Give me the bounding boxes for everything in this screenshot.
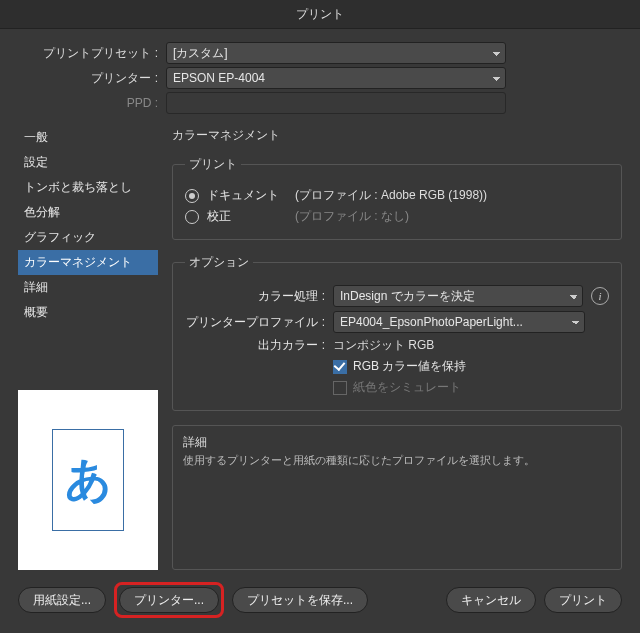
ppd-select bbox=[166, 92, 506, 114]
page-setup-button[interactable]: 用紙設定... bbox=[18, 587, 106, 613]
sidebar-item-general[interactable]: 一般 bbox=[18, 125, 158, 150]
page-preview: あ bbox=[18, 390, 158, 570]
printer-label: プリンター : bbox=[18, 70, 158, 87]
info-icon[interactable]: i bbox=[591, 287, 609, 305]
simulate-paper-label: 紙色をシミュレート bbox=[353, 379, 461, 396]
preset-select[interactable]: [カスタム] bbox=[166, 42, 506, 64]
option-fieldset: オプション カラー処理 : InDesign でカラーを決定 i プリンタープロ… bbox=[172, 254, 622, 411]
output-color-value: コンポジット RGB bbox=[333, 337, 434, 354]
document-profile-text: (プロファイル : Adobe RGB (1998)) bbox=[295, 187, 487, 204]
sidebar-item-output[interactable]: 色分解 bbox=[18, 200, 158, 225]
footer: 用紙設定... プリンター... プリセットを保存... キャンセル プリント bbox=[0, 570, 640, 633]
sidebar-item-summary[interactable]: 概要 bbox=[18, 300, 158, 325]
detail-legend: 詳細 bbox=[183, 434, 611, 451]
print-button[interactable]: プリント bbox=[544, 587, 622, 613]
sidebar-item-setup[interactable]: 設定 bbox=[18, 150, 158, 175]
printer-profile-label: プリンタープロファイル : bbox=[185, 314, 325, 331]
detail-text: 使用するプリンターと用紙の種類に応じたプロファイルを選択します。 bbox=[183, 453, 611, 468]
detail-fieldset: 詳細 使用するプリンターと用紙の種類に応じたプロファイルを選択します。 bbox=[172, 425, 622, 570]
ppd-label: PPD : bbox=[18, 96, 158, 110]
proof-profile-text: (プロファイル : なし) bbox=[295, 208, 409, 225]
sidebar-item-graphics[interactable]: グラフィック bbox=[18, 225, 158, 250]
color-handling-label: カラー処理 : bbox=[185, 288, 325, 305]
option-legend: オプション bbox=[185, 254, 253, 271]
sidebar-item-color-management[interactable]: カラーマネジメント bbox=[18, 250, 158, 275]
printer-button[interactable]: プリンター... bbox=[119, 587, 219, 613]
print-legend: プリント bbox=[185, 156, 241, 173]
preserve-rgb-label: RGB カラー値を保持 bbox=[353, 358, 466, 375]
window-title: プリント bbox=[0, 0, 640, 29]
color-handling-select[interactable]: InDesign でカラーを決定 bbox=[333, 285, 583, 307]
document-radio-label: ドキュメント bbox=[207, 187, 287, 204]
sidebar-item-advanced[interactable]: 詳細 bbox=[18, 275, 158, 300]
printer-profile-select[interactable]: EP4004_EpsonPhotoPaperLight... bbox=[333, 311, 585, 333]
proof-radio[interactable] bbox=[185, 210, 199, 224]
output-color-label: 出力カラー : bbox=[185, 337, 325, 354]
cancel-button[interactable]: キャンセル bbox=[446, 587, 536, 613]
panel-title: カラーマネジメント bbox=[172, 127, 622, 144]
sidebar-item-marks[interactable]: トンボと裁ち落とし bbox=[18, 175, 158, 200]
category-list: 一般 設定 トンボと裁ち落とし 色分解 グラフィック カラーマネジメント 詳細 … bbox=[18, 125, 158, 325]
preview-page: あ bbox=[52, 429, 124, 531]
preserve-rgb-checkbox[interactable] bbox=[333, 360, 347, 374]
simulate-paper-checkbox bbox=[333, 381, 347, 395]
print-fieldset: プリント ドキュメント (プロファイル : Adobe RGB (1998)) … bbox=[172, 156, 622, 240]
highlight-box: プリンター... bbox=[114, 582, 224, 618]
document-radio[interactable] bbox=[185, 189, 199, 203]
save-preset-button[interactable]: プリセットを保存... bbox=[232, 587, 368, 613]
preset-label: プリントプリセット : bbox=[18, 45, 158, 62]
preview-glyph: あ bbox=[65, 449, 112, 511]
proof-radio-label: 校正 bbox=[207, 208, 287, 225]
printer-select[interactable]: EPSON EP-4004 bbox=[166, 67, 506, 89]
top-settings: プリントプリセット : [カスタム] プリンター : EPSON EP-4004… bbox=[0, 29, 640, 125]
